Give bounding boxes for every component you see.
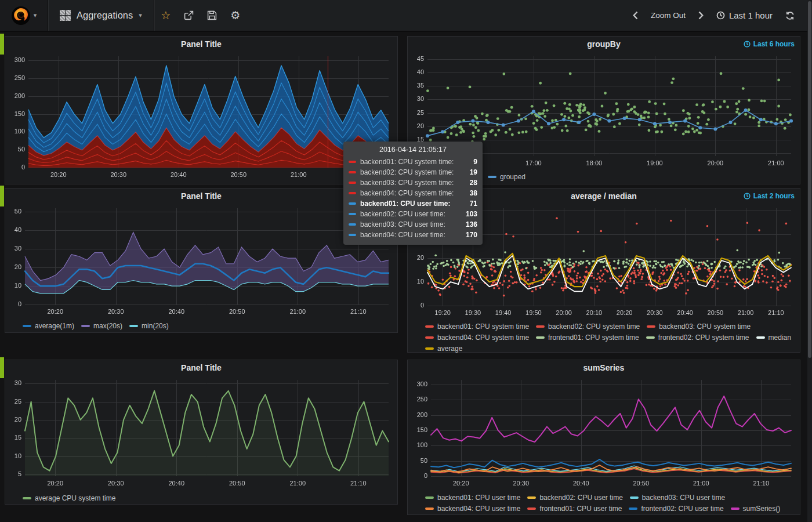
legend-item[interactable]: backend01: CPU user time bbox=[425, 492, 520, 503]
dashboard-grid-icon bbox=[60, 10, 71, 21]
tooltip-row: backend03: CPU user time:136 bbox=[349, 219, 477, 230]
legend-item[interactable]: average bbox=[425, 343, 462, 354]
series-label: backend04: CPU user time: bbox=[360, 231, 458, 239]
row-handle-1[interactable] bbox=[0, 34, 4, 55]
refresh-icon bbox=[785, 11, 795, 20]
legend-item[interactable]: frontend02: CPU user time bbox=[629, 503, 723, 514]
legend-item[interactable]: backend03: CPU user time bbox=[630, 492, 725, 503]
legend-item[interactable]: backend02: CPU system time bbox=[536, 321, 640, 332]
tooltip-row: backend03: CPU system time:28 bbox=[349, 177, 477, 188]
legend-swatch bbox=[536, 336, 545, 339]
legend-swatch bbox=[23, 325, 31, 327]
refresh-button[interactable] bbox=[785, 11, 795, 20]
legend-item[interactable]: sumSeries() bbox=[731, 503, 781, 514]
tooltip-row: backend02: CPU user time:103 bbox=[349, 209, 477, 219]
chart-average-cpu[interactable] bbox=[5, 375, 397, 490]
share-icon bbox=[184, 10, 194, 20]
series-value: 103 bbox=[462, 210, 477, 218]
time-back-button[interactable] bbox=[633, 11, 638, 20]
tooltip-row: backend02: CPU system time:19 bbox=[349, 167, 477, 177]
series-swatch bbox=[349, 182, 356, 184]
legend-item[interactable]: grouped bbox=[488, 172, 525, 182]
legend-label: backend03: CPU user time bbox=[642, 492, 725, 503]
chart-cpu-stacked[interactable] bbox=[5, 52, 397, 182]
legend: backend01: CPU system timebackend02: CPU… bbox=[408, 321, 802, 354]
legend-label: frontend02: CPU system time bbox=[658, 332, 749, 343]
legend-item[interactable]: frontend02: CPU system time bbox=[646, 332, 749, 343]
row-handle-2[interactable] bbox=[0, 186, 4, 206]
legend: average CPU system time bbox=[5, 493, 400, 503]
legend-swatch bbox=[129, 325, 138, 327]
navbar: ▾ Aggregations ▾ ☆ ⚙ Zoom Out bbox=[0, 0, 812, 32]
legend-label: backend02: CPU system time bbox=[548, 321, 640, 332]
scrollbar-track[interactable] bbox=[807, 0, 812, 522]
legend-item[interactable]: backend01: CPU system time bbox=[425, 321, 529, 332]
zoom-out-button[interactable]: Zoom Out bbox=[647, 10, 689, 20]
legend-swatch bbox=[425, 336, 434, 339]
tooltip-rows: backend01: CPU system time:9backend02: C… bbox=[349, 157, 477, 240]
series-value: 38 bbox=[462, 189, 477, 197]
legend: backend01: CPU user timebackend02: CPU u… bbox=[408, 492, 802, 514]
time-override-badge: Last 2 hours bbox=[744, 188, 795, 204]
star-button[interactable]: ☆ bbox=[154, 0, 177, 31]
time-range-picker[interactable]: Last 1 hour bbox=[713, 10, 776, 21]
series-swatch bbox=[349, 192, 356, 194]
legend-item[interactable]: median bbox=[756, 332, 791, 343]
scrollbar-thumb[interactable] bbox=[808, 1, 811, 358]
legend-label: sumSeries() bbox=[743, 503, 781, 514]
legend-item[interactable]: backend03: CPU system time bbox=[647, 321, 751, 332]
legend-swatch bbox=[425, 325, 434, 328]
legend-item[interactable]: max(20s) bbox=[81, 321, 122, 331]
legend-item[interactable]: average CPU system time bbox=[23, 493, 115, 503]
dashboard-caret-icon: ▾ bbox=[139, 12, 142, 19]
row-handle-3[interactable] bbox=[0, 357, 4, 378]
legend-item[interactable]: min(20s) bbox=[129, 321, 169, 331]
series-label: backend04: CPU system time: bbox=[360, 189, 458, 197]
legend-label: median bbox=[768, 332, 791, 343]
legend-item[interactable]: frontend01: CPU user time bbox=[527, 503, 622, 514]
legend-label: max(20s) bbox=[93, 321, 122, 331]
legend-item[interactable]: backend02: CPU user time bbox=[527, 492, 622, 503]
series-label: backend01: CPU system time: bbox=[360, 158, 458, 166]
panel-title[interactable]: sumSeries bbox=[408, 360, 800, 375]
star-icon: ☆ bbox=[161, 9, 171, 22]
tooltip-row: backend04: CPU system time:38 bbox=[349, 188, 477, 198]
save-button[interactable] bbox=[201, 0, 224, 31]
legend-swatch bbox=[731, 507, 740, 510]
panel-title[interactable]: groupBy bbox=[408, 37, 800, 52]
legend-label: backend04: CPU system time bbox=[437, 332, 529, 343]
grafana-logo[interactable]: ▾ bbox=[0, 0, 48, 31]
legend-item[interactable]: average(1m) bbox=[23, 321, 74, 331]
legend-item[interactable]: backend04: CPU system time bbox=[425, 332, 529, 343]
dashboard-picker[interactable]: Aggregations ▾ bbox=[48, 0, 154, 31]
legend-swatch bbox=[527, 507, 536, 510]
series-label: backend02: CPU user time: bbox=[360, 210, 458, 218]
legend-item[interactable]: frontend01: CPU system time bbox=[536, 332, 639, 343]
series-value: 170 bbox=[462, 231, 477, 239]
settings-button[interactable]: ⚙ bbox=[224, 0, 247, 31]
series-swatch bbox=[349, 213, 356, 215]
chart-avg-max-min[interactable] bbox=[5, 204, 397, 318]
panel-title[interactable]: Panel Title bbox=[5, 37, 397, 52]
panel-average-cpu: Panel Title average CPU system time bbox=[5, 360, 398, 505]
legend-item[interactable]: backend04: CPU user time bbox=[425, 503, 520, 514]
chart-sumseries[interactable] bbox=[408, 375, 800, 490]
save-icon bbox=[207, 10, 217, 20]
series-swatch bbox=[349, 223, 356, 226]
legend-swatch bbox=[81, 325, 90, 327]
zoom-out-label: Zoom Out bbox=[651, 11, 686, 20]
clock-icon bbox=[716, 11, 725, 20]
chevron-right-icon bbox=[698, 11, 704, 20]
panel-title[interactable]: Panel Title bbox=[5, 188, 397, 204]
clock-icon bbox=[744, 193, 751, 200]
gear-icon: ⚙ bbox=[230, 9, 240, 22]
legend-label: average bbox=[437, 343, 462, 354]
time-controls: Zoom Out Last 1 hour bbox=[633, 10, 812, 21]
panel-title[interactable]: Panel Title bbox=[5, 360, 397, 375]
series-value: 9 bbox=[462, 158, 477, 166]
series-value: 19 bbox=[462, 168, 477, 176]
series-value: 71 bbox=[462, 200, 477, 208]
share-button[interactable] bbox=[177, 0, 201, 31]
legend-label: frontend01: CPU system time bbox=[548, 332, 639, 343]
time-forward-button[interactable] bbox=[698, 11, 704, 20]
